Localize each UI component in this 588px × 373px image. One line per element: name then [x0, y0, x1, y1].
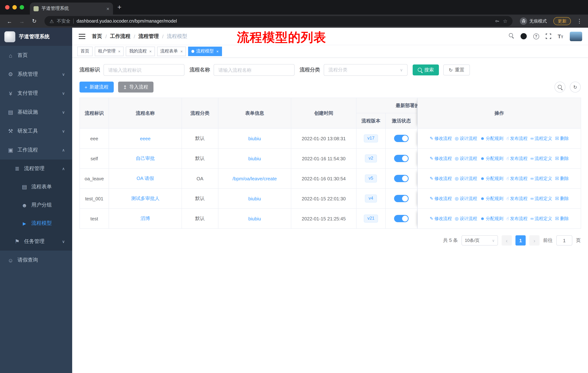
action-assign-rule-link[interactable]: ☻分配规则	[480, 175, 503, 181]
password-key-icon[interactable]	[495, 19, 500, 24]
process-name-link[interactable]: 自己审批	[136, 156, 155, 161]
action-delete-link[interactable]: ☒删除	[555, 195, 569, 202]
create-process-button[interactable]: + 新建流程	[79, 81, 114, 92]
sidebar-item-payment[interactable]: ¥ 支付管理 ∨	[0, 84, 72, 103]
sidebar-item-system[interactable]: ⚙ 系统管理 ∨	[0, 65, 72, 84]
action-design-link[interactable]: ◎设计流程	[455, 195, 477, 202]
page-size-select[interactable]: 10条/页 ∨	[462, 235, 498, 245]
action-definition-link[interactable]: ∞流程定义	[530, 155, 552, 161]
search-button[interactable]: 搜索	[413, 64, 439, 75]
action-publish-link[interactable]: ☝发布流程	[506, 135, 528, 141]
tag-process-form[interactable]: 流程表单 ×	[157, 46, 186, 56]
sidebar-item-process-form[interactable]: ▤ 流程表单	[0, 178, 72, 196]
process-name-link[interactable]: 测试多审批人	[131, 196, 159, 201]
address-bar[interactable]: ⚠ 不安全 dashboard.yudao.iocoder.cn/bpm/man…	[44, 16, 513, 26]
process-name-link[interactable]: 滔博	[141, 216, 150, 221]
toggle-search-button[interactable]	[555, 81, 565, 92]
prev-page-button[interactable]: ‹	[502, 235, 512, 245]
breadcrumb-home[interactable]: 首页	[92, 33, 102, 40]
category-select[interactable]: 流程分类 ∨	[324, 64, 408, 76]
sidebar-item-task-mgmt[interactable]: ⚑ 任务管理 ∨	[0, 232, 72, 251]
sidebar-item-process-model[interactable]: ► 流程模型	[0, 214, 72, 232]
action-publish-link[interactable]: ☝发布流程	[506, 155, 528, 161]
action-edit-link[interactable]: ✎修改流程	[430, 215, 452, 222]
action-edit-link[interactable]: ✎修改流程	[430, 195, 452, 202]
process-id-input[interactable]	[104, 64, 184, 76]
action-definition-link[interactable]: ∞流程定义	[530, 175, 552, 181]
form-link[interactable]: biubiu	[248, 136, 261, 141]
action-edit-link[interactable]: ✎修改流程	[430, 155, 452, 161]
action-publish-link[interactable]: ☝发布流程	[506, 175, 528, 181]
form-link[interactable]: biubiu	[248, 216, 261, 221]
sidebar-item-process-mgmt[interactable]: ≣ 流程管理 ∧	[0, 160, 72, 178]
tag-process-model[interactable]: 流程模型 ×	[188, 46, 222, 56]
sidebar-item-user-group[interactable]: ☻ 用户分组	[0, 196, 72, 214]
action-edit-link[interactable]: ✎修改流程	[430, 135, 452, 141]
fullscreen-icon[interactable]	[546, 33, 551, 39]
action-delete-link[interactable]: ☒删除	[555, 155, 569, 161]
active-toggle[interactable]	[394, 155, 409, 162]
help-icon[interactable]: ?	[533, 33, 539, 39]
action-design-link[interactable]: ◎设计流程	[455, 215, 477, 222]
tag-my-process[interactable]: 我的流程 ×	[126, 46, 155, 56]
action-assign-rule-link[interactable]: ☻分配规则	[480, 215, 503, 222]
action-definition-link[interactable]: ∞流程定义	[530, 135, 552, 141]
bookmark-star-icon[interactable]: ☆	[503, 18, 507, 24]
breadcrumb-workflow[interactable]: 工作流程	[110, 33, 130, 40]
refresh-table-button[interactable]: ↻	[570, 81, 581, 92]
browser-tab[interactable]: 芋道管理系统 ×	[30, 2, 113, 15]
sidebar-item-workflow[interactable]: ▣ 工作流程 ∧	[0, 141, 72, 160]
tag-close-icon[interactable]: ×	[216, 49, 219, 53]
action-design-link[interactable]: ◎设计流程	[455, 175, 477, 181]
goto-page-input[interactable]	[556, 235, 572, 245]
forward-button[interactable]: →	[17, 18, 27, 24]
user-avatar[interactable]	[570, 31, 582, 41]
form-link[interactable]: biubiu	[248, 196, 261, 201]
reset-button[interactable]: ↻ 重置	[443, 64, 470, 75]
action-delete-link[interactable]: ☒删除	[555, 135, 569, 141]
action-assign-rule-link[interactable]: ☻分配规则	[480, 155, 503, 161]
tag-close-icon[interactable]: ×	[118, 49, 120, 53]
active-toggle[interactable]	[394, 195, 409, 202]
reload-button[interactable]: ↻	[29, 18, 39, 24]
action-delete-link[interactable]: ☒删除	[555, 215, 569, 222]
active-toggle[interactable]	[394, 215, 409, 222]
action-definition-link[interactable]: ∞流程定义	[530, 195, 552, 202]
active-toggle[interactable]	[394, 175, 409, 182]
sidebar-item-devtools[interactable]: ⚒ 研发工具 ∨	[0, 122, 72, 141]
tag-home[interactable]: 首页	[77, 46, 93, 56]
sidebar-item-infra[interactable]: ▤ 基础设施 ∨	[0, 103, 72, 122]
window-zoom-button[interactable]	[20, 5, 24, 10]
window-close-button[interactable]	[5, 5, 10, 10]
action-assign-rule-link[interactable]: ☻分配规则	[480, 135, 503, 141]
tag-close-icon[interactable]: ×	[149, 49, 152, 53]
search-icon[interactable]	[509, 33, 514, 40]
browser-menu-icon[interactable]: ⋮	[577, 18, 582, 24]
sidebar-item-leave-query[interactable]: ☺ 请假查询	[0, 251, 72, 270]
import-process-button[interactable]: ↥ 导入流程	[118, 81, 153, 92]
form-link[interactable]: biubiu	[248, 156, 261, 161]
app-logo[interactable]: 芋道管理系统	[0, 28, 72, 46]
action-design-link[interactable]: ◎设计流程	[455, 135, 477, 141]
form-link[interactable]: /bpm/oa/leave/create	[232, 176, 277, 181]
back-button[interactable]: ←	[4, 18, 15, 24]
tab-close-icon[interactable]: ×	[106, 6, 109, 11]
action-delete-link[interactable]: ☒删除	[555, 175, 569, 181]
update-button[interactable]: 更新	[553, 17, 571, 25]
action-publish-link[interactable]: ☝发布流程	[506, 195, 528, 202]
window-minimize-button[interactable]	[12, 5, 17, 10]
action-publish-link[interactable]: ☝发布流程	[506, 215, 528, 222]
action-assign-rule-link[interactable]: ☻分配规则	[480, 195, 503, 202]
github-icon[interactable]	[520, 33, 526, 39]
active-toggle[interactable]	[394, 135, 409, 142]
new-tab-button[interactable]: +	[117, 3, 121, 11]
sidebar-toggle-icon[interactable]	[78, 33, 86, 40]
action-edit-link[interactable]: ✎修改流程	[430, 175, 452, 181]
action-design-link[interactable]: ◎设计流程	[455, 155, 477, 161]
process-name-link[interactable]: eeee	[140, 136, 151, 141]
page-1-button[interactable]: 1	[515, 235, 526, 245]
font-size-icon[interactable]: TT	[557, 33, 563, 39]
tag-close-icon[interactable]: ×	[180, 49, 183, 53]
process-name-link[interactable]: OA 请假	[136, 176, 154, 181]
process-name-input[interactable]	[214, 64, 294, 76]
